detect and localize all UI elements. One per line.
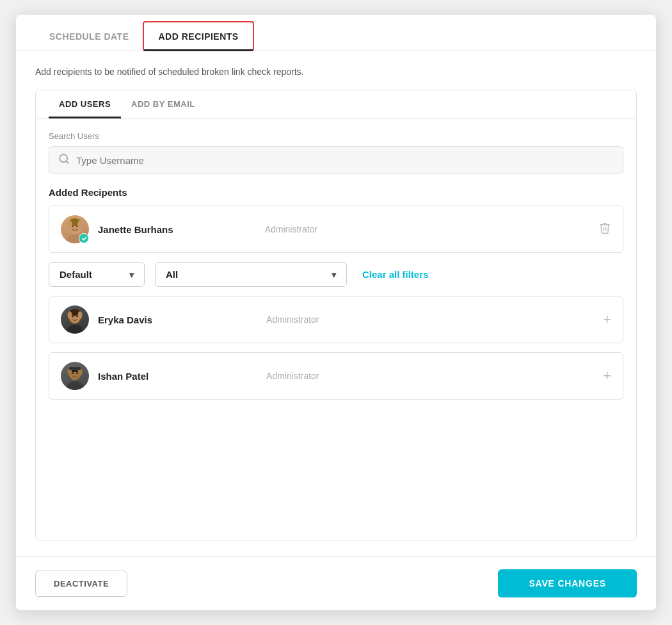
sub-tab-add-by-email[interactable]: ADD BY EMAIL: [121, 90, 205, 118]
svg-rect-25: [69, 367, 81, 370]
chevron-down-icon-2: ▾: [332, 270, 336, 280]
subtitle-text: Add recipients to be notified of schedul…: [35, 67, 637, 77]
added-recipient-row: Janette Burhans Administrator: [49, 206, 623, 253]
modal-container: SCHEDULE DATE ADD RECIPIENTS Add recipie…: [16, 15, 656, 610]
svg-point-16: [68, 311, 72, 319]
user-name-janette: Janette Burhans: [98, 224, 265, 235]
inner-content: Search Users Added Recipents: [36, 118, 636, 540]
sub-tab-add-users[interactable]: ADD USERS: [49, 90, 121, 118]
user-name-ishan: Ishan Patel: [98, 371, 266, 382]
user-name-eryka: Eryka Davis: [98, 314, 266, 325]
search-input[interactable]: [76, 155, 614, 166]
save-changes-button[interactable]: SAVE CHANGES: [498, 569, 637, 597]
filter-default-value: Default: [60, 269, 92, 280]
search-label: Search Users: [49, 131, 623, 141]
filter-default-dropdown[interactable]: Default ▾: [49, 262, 145, 287]
modal-body: Add recipients to be notified of schedul…: [16, 51, 656, 556]
filters-row: Default ▾ All ▾ Clear all filters: [49, 262, 623, 287]
avatar-ishan: [61, 362, 89, 390]
svg-point-8: [67, 220, 72, 229]
user-role-eryka: Administrator: [266, 314, 603, 325]
svg-line-1: [66, 161, 68, 163]
avatar-image-eryka: [61, 305, 89, 334]
user-row-ishan: Ishan Patel Administrator +: [49, 352, 623, 400]
tab-bar: SCHEDULE DATE ADD RECIPIENTS: [16, 15, 656, 51]
chevron-down-icon-1: ▾: [129, 270, 134, 280]
svg-point-10: [66, 325, 84, 334]
filter-all-dropdown[interactable]: All ▾: [155, 262, 347, 287]
sub-tab-bar: ADD USERS ADD BY EMAIL: [36, 90, 636, 118]
avatar-image-ishan: [61, 362, 89, 390]
filter-all-value: All: [166, 269, 178, 280]
search-box: [49, 146, 623, 174]
add-icon-ishan[interactable]: +: [603, 368, 611, 384]
check-badge-janette: [79, 233, 89, 243]
user-role-janette: Administrator: [265, 224, 598, 234]
tab-schedule-date[interactable]: SCHEDULE DATE: [35, 22, 143, 51]
svg-point-13: [72, 316, 74, 318]
inner-card: ADD USERS ADD BY EMAIL Search Users: [35, 90, 637, 540]
user-row-eryka: Eryka Davis Administrator +: [49, 296, 623, 343]
modal-footer: DEACTIVATE SAVE CHANGES: [16, 556, 656, 610]
svg-point-17: [78, 311, 83, 319]
search-icon: [58, 153, 70, 167]
svg-point-14: [76, 316, 78, 318]
avatar-eryka: [61, 305, 89, 334]
delete-icon-janette[interactable]: [598, 222, 611, 238]
svg-point-9: [77, 220, 83, 229]
clear-filters-link[interactable]: Clear all filters: [362, 269, 428, 280]
add-icon-eryka[interactable]: +: [603, 311, 611, 328]
svg-point-18: [66, 381, 84, 390]
user-role-ishan: Administrator: [266, 371, 603, 381]
added-recipients-title: Added Recipents: [49, 187, 623, 198]
avatar-janette: [61, 215, 89, 243]
tab-add-recipients[interactable]: ADD RECIPIENTS: [143, 21, 253, 51]
deactivate-button[interactable]: DEACTIVATE: [35, 571, 127, 597]
